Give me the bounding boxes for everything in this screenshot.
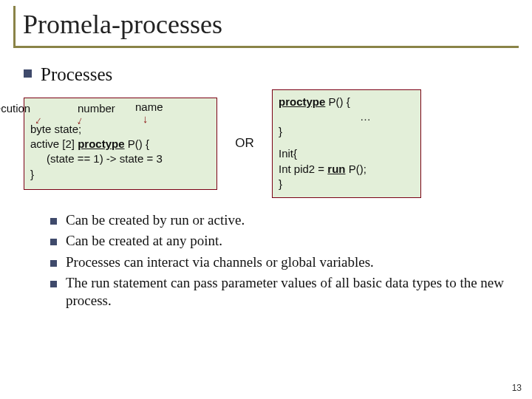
content-area: Processes execution number name ↓ ↓ ↓ by… — [13, 64, 519, 310]
arrow-icon: ↓ — [143, 113, 149, 124]
code-box-left: execution number name ↓ ↓ ↓ byte state; … — [24, 98, 217, 190]
title-wrap: Promela-processes — [13, 6, 519, 48]
code-box-right: proctype P() { … } Init{ Int pid2 = run … — [272, 89, 421, 199]
bullet-list: Can be created by run or active. Can be … — [24, 211, 508, 310]
slide: Promela-processes Processes execution nu… — [0, 0, 532, 399]
keyword-proctype: proctype — [279, 95, 325, 108]
bullet-text: Can be created by run or active. — [66, 211, 245, 229]
keyword-run: run — [327, 163, 345, 175]
page-number: 13 — [512, 383, 522, 393]
bullet-text: The run statement can pass parameter val… — [66, 274, 508, 310]
list-item: Can be created at any point. — [50, 232, 508, 250]
bullet-icon — [50, 239, 57, 245]
code-line: } — [279, 124, 415, 139]
code-line: } — [30, 167, 211, 182]
or-label: OR — [232, 136, 257, 151]
bullet-text: Can be created at any point. — [66, 232, 222, 250]
subhead-row: Processes — [24, 64, 508, 85]
slide-title: Promela-processes — [23, 10, 519, 40]
bullet-icon — [50, 260, 57, 267]
code-line: } — [279, 177, 415, 191]
code-line: (state == 1) -> state = 3 — [30, 151, 211, 166]
code-line: … — [279, 109, 415, 124]
code-line: byte state; — [30, 122, 211, 137]
bullet-icon — [50, 218, 57, 225]
list-item: Can be created by run or active. — [50, 211, 508, 229]
list-item: The run statement can pass parameter val… — [50, 274, 508, 310]
code-line: Init{ — [279, 146, 415, 161]
code-row: execution number name ↓ ↓ ↓ byte state; … — [24, 89, 508, 199]
bullet-icon — [50, 281, 57, 287]
bullet-text: Processes can interact via channels or g… — [66, 253, 374, 271]
annot-name: name — [135, 100, 163, 115]
annot-execution: execution — [0, 101, 30, 116]
keyword-proctype: proctype — [78, 137, 124, 150]
code-line: active [2] proctype P() { — [30, 137, 211, 151]
code-line: Int pid2 = run P(); — [279, 162, 415, 177]
code-line: proctype P() { — [279, 95, 415, 109]
subhead-text: Processes — [41, 64, 112, 85]
list-item: Processes can interact via channels or g… — [50, 253, 508, 271]
bullet-icon — [24, 69, 32, 78]
